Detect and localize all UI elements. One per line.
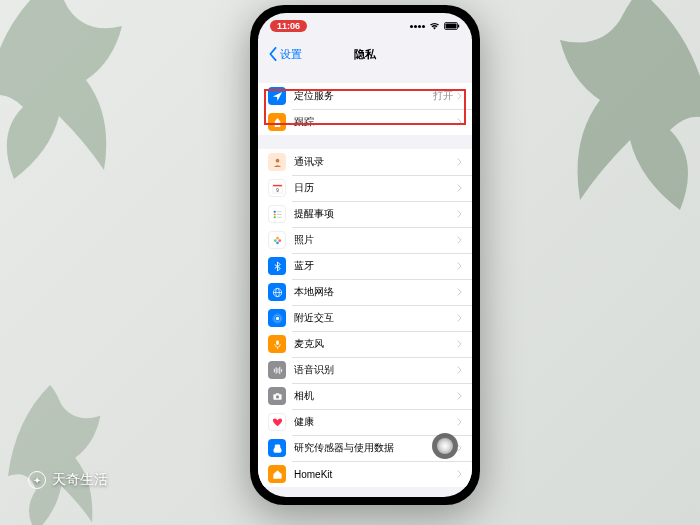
research-icon <box>268 439 286 457</box>
bg-decoration-leaf <box>540 0 700 220</box>
settings-section: 定位服务 打开 跟踪 <box>258 83 472 135</box>
row-label: 语音识别 <box>294 363 457 377</box>
row-camera[interactable]: 相机 <box>258 383 472 409</box>
svg-point-17 <box>273 239 276 242</box>
bg-decoration-leaf <box>0 0 140 190</box>
bg-decoration-leaf <box>0 365 120 525</box>
svg-point-7 <box>273 210 275 212</box>
watermark: ✦ 天奇生活 <box>28 471 108 489</box>
row-label: 相机 <box>294 389 457 403</box>
svg-rect-4 <box>272 184 281 186</box>
chevron-right-icon <box>457 392 462 400</box>
back-label: 设置 <box>280 47 302 62</box>
row-photos[interactable]: 照片 <box>258 227 472 253</box>
row-speech-recognition[interactable]: 语音识别 <box>258 357 472 383</box>
status-indicators <box>410 22 460 30</box>
chevron-right-icon <box>457 418 462 426</box>
svg-point-8 <box>273 213 275 215</box>
wifi-icon <box>429 22 440 30</box>
chevron-right-icon <box>457 92 462 100</box>
signal-icon <box>410 25 425 28</box>
svg-rect-2 <box>458 25 459 28</box>
row-label: 通讯录 <box>294 155 457 169</box>
homekit-icon <box>268 465 286 483</box>
row-label: 麦克风 <box>294 337 457 351</box>
row-location-services[interactable]: 定位服务 打开 <box>258 83 472 109</box>
row-contacts[interactable]: 通讯录 <box>258 149 472 175</box>
row-label: 健康 <box>294 415 457 429</box>
row-label: 提醒事项 <box>294 207 457 221</box>
chevron-right-icon <box>457 366 462 374</box>
chevron-right-icon <box>457 158 462 166</box>
assistive-touch-button[interactable] <box>432 433 458 459</box>
status-bar: 11:06 <box>258 13 472 39</box>
svg-rect-25 <box>273 368 274 372</box>
chevron-right-icon <box>457 340 462 348</box>
svg-rect-26 <box>275 367 276 373</box>
row-label: 定位服务 <box>294 89 433 103</box>
svg-point-15 <box>278 239 281 242</box>
reminders-icon <box>268 205 286 223</box>
svg-point-9 <box>273 216 275 218</box>
svg-rect-28 <box>279 366 280 373</box>
nearby-icon <box>268 309 286 327</box>
row-label: 本地网络 <box>294 285 457 299</box>
chevron-right-icon <box>457 262 462 270</box>
chevron-left-icon <box>268 47 278 61</box>
svg-rect-1 <box>446 24 457 29</box>
chevron-right-icon <box>457 288 462 296</box>
svg-rect-27 <box>277 368 278 373</box>
row-label: 附近交互 <box>294 311 457 325</box>
row-reminders[interactable]: 提醒事项 <box>258 201 472 227</box>
battery-icon <box>444 22 460 30</box>
bluetooth-icon <box>268 257 286 275</box>
chevron-right-icon <box>457 184 462 192</box>
row-health[interactable]: 健康 <box>258 409 472 435</box>
svg-rect-29 <box>281 369 282 372</box>
photos-icon <box>268 231 286 249</box>
health-icon <box>268 413 286 431</box>
status-time: 11:06 <box>270 20 307 32</box>
row-calendar[interactable]: 9 日历 <box>258 175 472 201</box>
row-label: 日历 <box>294 181 457 195</box>
tracking-icon <box>268 113 286 131</box>
row-homekit[interactable]: HomeKit <box>258 461 472 487</box>
row-label: HomeKit <box>294 469 457 480</box>
page-title: 隐私 <box>354 47 376 62</box>
row-local-network[interactable]: 本地网络 <box>258 279 472 305</box>
nav-bar: 设置 隐私 <box>258 39 472 69</box>
location-icon <box>268 87 286 105</box>
row-tracking[interactable]: 跟踪 <box>258 109 472 135</box>
chevron-right-icon <box>457 314 462 322</box>
chevron-right-icon <box>457 210 462 218</box>
row-nearby-interactions[interactable]: 附近交互 <box>258 305 472 331</box>
back-button[interactable]: 设置 <box>268 47 302 62</box>
calendar-icon: 9 <box>268 179 286 197</box>
row-label: 照片 <box>294 233 457 247</box>
speech-icon <box>268 361 286 379</box>
row-bluetooth[interactable]: 蓝牙 <box>258 253 472 279</box>
contacts-icon <box>268 153 286 171</box>
network-icon <box>268 283 286 301</box>
phone-frame: 11:06 设置 隐私 定位服务 打开 <box>250 5 480 505</box>
chevron-right-icon <box>457 470 462 478</box>
svg-rect-11 <box>277 214 282 215</box>
svg-rect-10 <box>277 211 282 212</box>
svg-rect-24 <box>276 340 279 345</box>
svg-rect-12 <box>277 216 282 217</box>
svg-point-16 <box>276 241 279 244</box>
svg-rect-32 <box>275 393 279 394</box>
chevron-right-icon <box>457 118 462 126</box>
row-value: 打开 <box>433 89 453 103</box>
svg-point-14 <box>276 236 279 239</box>
svg-point-31 <box>275 395 278 398</box>
camera-icon <box>268 387 286 405</box>
watermark-text: 天奇生活 <box>52 471 108 489</box>
watermark-icon: ✦ <box>28 471 46 489</box>
row-microphone[interactable]: 麦克风 <box>258 331 472 357</box>
phone-screen: 11:06 设置 隐私 定位服务 打开 <box>258 13 472 497</box>
row-label: 跟踪 <box>294 115 457 129</box>
row-label: 蓝牙 <box>294 259 457 273</box>
chevron-right-icon <box>457 236 462 244</box>
svg-point-21 <box>275 316 278 319</box>
